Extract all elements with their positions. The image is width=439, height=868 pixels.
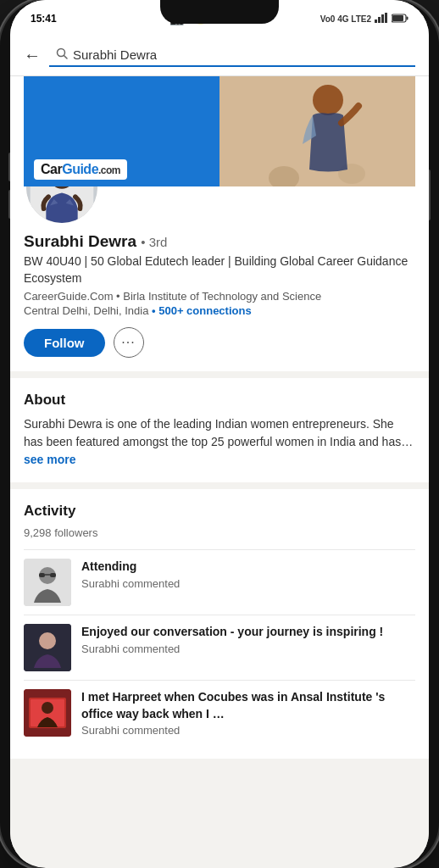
activity-thumb-harpreet xyxy=(24,689,71,737)
activity-header: Activity 9,298 followers xyxy=(24,503,415,539)
activity-content-conversation: Enjoyed our conversation - your journey … xyxy=(81,624,415,655)
about-section: About Surabhi Dewra is one of the leadin… xyxy=(10,378,429,482)
profile-headline: BW 40U40 | 50 Global Edutech leader | Bu… xyxy=(24,253,415,287)
activity-content-harpreet: I met Harpreet when Cocubes was in Ansal… xyxy=(81,689,415,737)
svg-rect-2 xyxy=(381,14,384,23)
conversation-thumb-svg xyxy=(24,624,71,671)
see-more-link[interactable]: see more xyxy=(24,453,75,466)
more-options-button[interactable]: ··· xyxy=(114,327,144,358)
conversation-title: Enjoyed our conversation - your journey … xyxy=(81,624,415,641)
harpreet-thumb-svg xyxy=(24,689,71,737)
search-query-text: Surabhi Dewra xyxy=(73,47,157,62)
status-right-icons: Vo0 4G LTE2 xyxy=(320,13,408,25)
harpreet-meta: Surabhi commented xyxy=(81,724,415,737)
connections-count: • 500+ connections xyxy=(152,304,252,317)
svg-rect-18 xyxy=(39,573,45,577)
notch xyxy=(160,0,279,24)
attending-avatar-svg xyxy=(24,559,71,606)
activity-item[interactable]: I met Harpreet when Cocubes was in Ansal… xyxy=(24,680,415,745)
svg-point-22 xyxy=(39,632,56,649)
svg-rect-0 xyxy=(375,19,377,23)
svg-rect-3 xyxy=(385,13,387,23)
profile-company: CareerGuide.Com • Birla Institute of Tec… xyxy=(24,290,415,303)
carrier-text: Vo0 4G LTE2 xyxy=(320,14,371,24)
svg-point-11 xyxy=(313,85,343,115)
company-logo: CarGuide.com xyxy=(34,159,127,180)
search-icon xyxy=(56,47,68,62)
svg-point-9 xyxy=(269,166,299,186)
svg-rect-19 xyxy=(50,573,56,577)
activity-item[interactable]: Attending Surabhi commented xyxy=(24,549,415,615)
about-body: Surabhi Dewra is one of the leading Indi… xyxy=(24,417,413,448)
follow-button[interactable]: Follow xyxy=(24,329,105,357)
profile-name-text: Surabhi Dewra xyxy=(24,232,136,250)
search-bar[interactable]: Surabhi Dewra xyxy=(49,44,415,67)
attending-meta: Surabhi commented xyxy=(81,577,415,590)
activity-content-attending: Attending Surabhi commented xyxy=(81,559,415,590)
battery-icon xyxy=(392,14,408,25)
svg-rect-6 xyxy=(392,15,403,21)
about-text: Surabhi Dewra is one of the leading Indi… xyxy=(24,415,415,469)
connection-degree: • 3rd xyxy=(141,235,167,249)
signal-icon xyxy=(375,13,388,25)
more-dots-label: ··· xyxy=(121,335,135,350)
phone-frame: 15:41 📷 🔔 Vo0 4G LTE2 xyxy=(0,0,439,868)
speaker-figure xyxy=(267,76,369,186)
banner-photo-area xyxy=(220,76,415,186)
activity-thumb-attending xyxy=(24,559,71,606)
search-bar-container: ← Surabhi Dewra xyxy=(10,37,429,76)
followers-count: 9,298 followers xyxy=(24,526,415,539)
phone-screen: 15:41 📷 🔔 Vo0 4G LTE2 xyxy=(10,0,429,868)
banner-blue-area: CarGuide.com xyxy=(24,76,239,186)
svg-point-26 xyxy=(42,702,53,714)
back-button[interactable]: ← xyxy=(24,46,41,65)
activity-thumb-conversation xyxy=(24,624,71,671)
about-title: About xyxy=(24,392,415,409)
harpreet-title: I met Harpreet when Cocubes was in Ansal… xyxy=(81,689,415,722)
svg-rect-1 xyxy=(378,17,381,23)
attending-title: Attending xyxy=(81,559,415,576)
location-text: Central Delhi, Delhi, India xyxy=(24,304,148,317)
profile-section: CarGuide.com xyxy=(10,76,429,371)
activity-item[interactable]: Enjoyed our conversation - your journey … xyxy=(24,615,415,680)
content-scroll[interactable]: CarGuide.com xyxy=(10,76,429,863)
action-buttons: Follow ··· xyxy=(24,327,415,358)
svg-rect-5 xyxy=(407,16,408,19)
activity-title: Activity xyxy=(24,503,415,520)
profile-banner: CarGuide.com xyxy=(24,76,415,186)
profile-location: Central Delhi, Delhi, India • 500+ conne… xyxy=(24,304,415,317)
svg-line-8 xyxy=(64,56,68,59)
profile-name-row: Surabhi Dewra • 3rd xyxy=(24,232,415,251)
conversation-meta: Surabhi commented xyxy=(81,643,415,655)
activity-section: Activity 9,298 followers xyxy=(10,489,429,759)
status-time: 15:41 xyxy=(31,13,57,25)
